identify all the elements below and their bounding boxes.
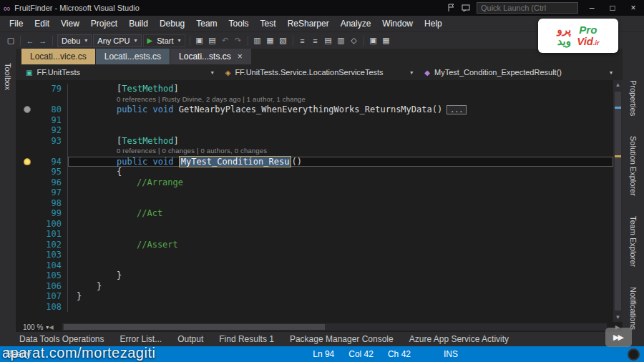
panel-tab-error-list[interactable]: Error List... [112, 334, 170, 344]
menu-project[interactable]: Project [85, 17, 123, 30]
menu-build[interactable]: Build [123, 17, 154, 30]
menu-team[interactable]: Team [190, 17, 223, 30]
panel-tab-package-manager-console[interactable]: Package Manager Console [282, 334, 401, 344]
menu-analyze[interactable]: Analyze [335, 17, 377, 30]
tab-close-icon[interactable]: × [238, 52, 243, 61]
extensions-icon[interactable]: ▦ [380, 36, 393, 45]
menu-tools[interactable]: Tools [223, 17, 255, 30]
menu-view[interactable]: View [55, 17, 85, 30]
code-row[interactable]: 102//Assert [16, 240, 613, 250]
code-line[interactable] [67, 125, 613, 136]
platform-combo[interactable]: Any CPU ▾ [93, 34, 141, 47]
codelens-text[interactable]: 0 references | Rusty Divine, 2 days ago … [117, 94, 306, 105]
code-row[interactable]: 80public void GetNearbyPlaces_WhenEveryt… [16, 104, 613, 115]
code-line[interactable]: public void MyTest_Condition_Resu() [67, 157, 613, 167]
save-all-icon[interactable]: ▤ [206, 36, 219, 45]
scrollbar-thumb[interactable] [64, 324, 325, 330]
code-line[interactable]: //Arrange [67, 177, 613, 188]
code-row[interactable]: 104 [16, 260, 613, 271]
notifications-flag-icon[interactable] [447, 4, 455, 12]
code-row[interactable]: 96//Arrange [16, 177, 613, 188]
close-button[interactable]: × [626, 3, 640, 13]
code-row[interactable]: 94public void MyTest_Condition_Resu() [16, 157, 613, 167]
code-row[interactable]: 105} [16, 270, 613, 281]
menu-resharper[interactable]: ReSharper [282, 17, 335, 30]
code-line[interactable] [67, 187, 613, 198]
find-in-files-icon[interactable]: ▥ [251, 36, 264, 45]
horizontal-scrollbar[interactable] [62, 323, 607, 331]
code-line[interactable]: 0 references | Rusty Divine, 2 days ago … [67, 94, 613, 105]
menu-test[interactable]: Test [255, 17, 282, 30]
run-tests-icon[interactable]: ▣ [367, 36, 380, 45]
start-debugging-button[interactable]: ▶ Start ▾ [143, 34, 185, 47]
code-row[interactable]: 97 [16, 187, 613, 198]
code-line[interactable]: [TestMethod] [67, 84, 613, 94]
side-tab-team-explorer[interactable]: Team Explorer [629, 216, 638, 267]
code-line[interactable]: //Act [67, 208, 613, 219]
code-row[interactable]: 95{ [16, 167, 613, 177]
code-line[interactable] [67, 250, 613, 260]
scroll-left-icon[interactable]: ◀ [49, 324, 53, 331]
lightbulb-icon[interactable] [24, 158, 31, 165]
panel-tab-data-tools-operations[interactable]: Data Tools Operations [11, 334, 112, 344]
code-row[interactable]: 92 [16, 125, 613, 136]
undo-icon[interactable]: ↶ [219, 36, 232, 45]
code-line[interactable]: 0 references | 0 changes | 0 authors, 0 … [67, 146, 613, 157]
sidebar-tab-toolbox[interactable]: Toolbox [4, 63, 12, 332]
maximize-button[interactable]: □ [605, 3, 620, 13]
code-line[interactable] [67, 219, 613, 230]
code-line[interactable]: } [67, 270, 613, 281]
zoom-control[interactable]: 100 % ▾ [23, 323, 49, 331]
panel-tab-output[interactable]: Output [170, 334, 211, 344]
navigate-back-icon[interactable]: ← [24, 36, 36, 45]
code-line[interactable] [67, 229, 613, 240]
scroll-down-icon[interactable]: ▼ [613, 314, 623, 321]
comment-icon[interactable]: ≡ [296, 36, 309, 45]
redo-icon[interactable]: ↷ [232, 36, 245, 45]
new-project-icon[interactable]: ▢ [4, 36, 17, 45]
feedback-icon[interactable] [462, 4, 470, 12]
tab-locati-ests-cs[interactable]: Locati...ests.cs [96, 49, 170, 64]
scroll-up-icon[interactable]: ▲ [613, 82, 623, 88]
properties-window-icon[interactable]: ▧ [277, 36, 290, 45]
code-line[interactable] [67, 115, 613, 126]
code-line[interactable]: [TestMethod] [67, 136, 613, 147]
codelens-row[interactable]: 0 references | Rusty Divine, 2 days ago … [16, 94, 613, 105]
side-tab-solution-explorer[interactable]: Solution Explorer [629, 136, 638, 196]
project-dropdown[interactable]: ▣ FF.UnitTests ▾ [21, 66, 218, 79]
outdent-icon[interactable]: ▥ [335, 36, 348, 45]
code-row[interactable]: 100 [16, 219, 613, 230]
code-line[interactable] [67, 260, 613, 271]
navigate-forward-icon[interactable]: → [36, 36, 49, 45]
breakpoint-marker-icon[interactable] [24, 106, 31, 113]
menu-edit[interactable]: Edit [29, 17, 55, 30]
code-row[interactable]: 98 [16, 198, 613, 209]
menu-file[interactable]: File [4, 17, 29, 30]
menu-help[interactable]: Help [419, 17, 448, 30]
codelens-row[interactable]: 0 references | 0 changes | 0 authors, 0 … [16, 146, 613, 157]
uncomment-icon[interactable]: ≡ [309, 36, 322, 45]
debug-target-combo[interactable]: Debu ▾ [57, 34, 92, 47]
code-line[interactable]: //Assert [67, 240, 613, 250]
minimize-button[interactable]: – [585, 3, 599, 13]
side-tab-properties[interactable]: Properties [629, 80, 638, 116]
quick-launch-input[interactable] [477, 2, 578, 14]
code-row[interactable]: 106} [16, 281, 613, 292]
side-tab-notifications[interactable]: Notifications [629, 287, 638, 330]
code-row[interactable]: 91 [16, 115, 613, 126]
tab-locati-sts-cs[interactable]: Locati...sts.cs× [170, 49, 251, 64]
code-line[interactable]: public void GetNearbyPlaces_WhenEverythi… [67, 104, 613, 115]
code-line[interactable]: } [67, 281, 613, 292]
code-row[interactable]: 93[TestMethod] [16, 136, 613, 147]
video-seek-button[interactable]: ▶▶ [605, 328, 632, 347]
code-row[interactable]: 101 [16, 229, 613, 240]
code-row[interactable]: 108 [16, 302, 613, 313]
scrollbar-thumb[interactable] [615, 92, 621, 310]
panel-tab-find-results-1[interactable]: Find Results 1 [211, 334, 282, 344]
save-icon[interactable]: ▣ [193, 36, 206, 45]
menu-debug[interactable]: Debug [154, 17, 190, 30]
code-row[interactable]: 103 [16, 250, 613, 260]
indent-icon[interactable]: ▤ [322, 36, 335, 45]
code-line[interactable]: { [67, 167, 613, 177]
codelens-text[interactable]: 0 references | 0 changes | 0 authors, 0 … [117, 146, 267, 157]
